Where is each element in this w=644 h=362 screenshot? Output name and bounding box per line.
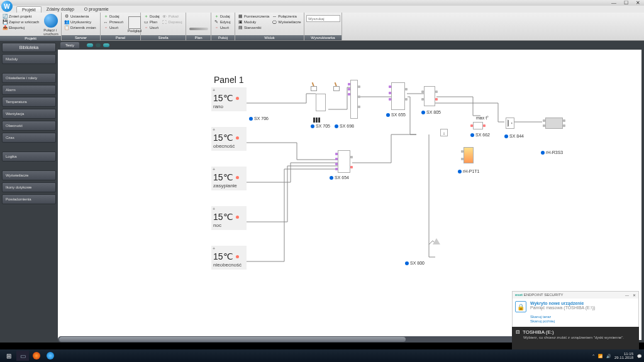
strefa-dopasuj-button[interactable]: ⛶Dopasuj (162, 19, 183, 25)
eset-minimize-button[interactable]: — (625, 293, 629, 297)
label-p1t1: rH-P1T1 (458, 169, 479, 173)
eset-scan-later-link[interactable]: Skanuj później (513, 319, 638, 324)
node-downarrow[interactable]: ↓ (440, 129, 448, 136)
doc-tab-testy[interactable]: Testy (60, 42, 79, 48)
sidebar-item-temperatura[interactable]: Temperatura (2, 97, 56, 107)
sidebar-item-alarm[interactable]: Alarm (2, 85, 56, 95)
node-sx705[interactable] (313, 118, 326, 124)
polacz-uruchom-button[interactable]: Połącz i uruchom (41, 14, 60, 36)
node-sx655[interactable] (391, 82, 405, 110)
node-sx698[interactable] (350, 80, 358, 119)
view-mode-1-icon[interactable] (87, 43, 93, 47)
setpoint-rano[interactable]: + 15℃ rano (211, 87, 247, 111)
display-icon: 🖵 (272, 19, 277, 25)
widok-polaczenia-button[interactable]: ─Połączenia (271, 14, 301, 19)
sidebar-item-wentylacja[interactable]: Wentylacja (2, 109, 56, 119)
plus-icon[interactable]: + (211, 167, 247, 172)
strefa-plan-button[interactable]: ▭Plan (143, 19, 160, 25)
pokoj-edytuj-button[interactable]: ✎Edytuj (213, 19, 231, 25)
modules-icon: ▣ (238, 19, 243, 25)
firefox-icon[interactable] (30, 351, 43, 361)
sidebar-item-oswietlenie[interactable]: Oświetlenie i rolety (2, 73, 56, 83)
node-p1t1[interactable] (464, 147, 474, 163)
plus-icon[interactable]: + (211, 206, 247, 212)
zmien-projekt-button[interactable]: 🔄Zmień projekt (2, 14, 40, 19)
windows-toast[interactable]: ⊟TOSHIBA (E:) Wybierz, co chcesz zrobić … (512, 327, 639, 349)
plus-icon[interactable]: + (211, 246, 247, 251)
sidebar-item-czas[interactable]: Czas (2, 133, 56, 143)
dziennik-button[interactable]: 📋Dziennik zmian (64, 25, 97, 30)
edit-icon: ✎ (214, 19, 219, 25)
label-sx844: SX 844 (504, 134, 524, 138)
search-input[interactable] (306, 15, 340, 22)
panel-przesun-button[interactable]: ↔Przesuń (103, 19, 124, 25)
view-mode-2-icon[interactable] (96, 43, 101, 47)
setpoint-obecnosc[interactable]: + 15℃ obecność (211, 127, 247, 151)
node-sx805[interactable] (424, 86, 435, 106)
node-sx654[interactable] (338, 150, 350, 173)
node-sx706[interactable] (316, 94, 326, 111)
clock[interactable]: 11:15 29.11.2018 (614, 352, 633, 359)
tray-up-icon[interactable]: ^ (592, 354, 594, 358)
status-dot-icon (236, 176, 239, 179)
sidebar-item-moduly[interactable]: Moduły (2, 54, 56, 64)
sidebar-item-ikony[interactable]: Ikony dotykowe (2, 182, 56, 192)
tab-zdalny[interactable]: Zdalny dostęp (42, 6, 79, 12)
group-label-search: Wyszukiwarka (304, 35, 341, 40)
connect-icon (44, 14, 58, 28)
sidebar-item-powiadomienia[interactable]: Powiadomienia (2, 194, 56, 204)
eset-brand: ENDPOINT SECURITY (524, 293, 564, 297)
toast-body: Wybierz, co chcesz zrobić z urządzeniem … (523, 336, 635, 340)
node-r3s3[interactable] (545, 118, 563, 129)
plus-icon[interactable]: + (211, 87, 247, 93)
zapisz-szkic-button[interactable]: 💾Zapisz w szkicach (2, 19, 40, 25)
ustawienia-button[interactable]: ⚙Ustawienia (64, 14, 97, 19)
tab-projekt[interactable]: Projekt (16, 6, 42, 13)
connections-icon: ─ (272, 14, 277, 19)
tray-volume-icon[interactable]: 🔊 (606, 354, 611, 358)
strefa-pokaz-button[interactable]: 👁Pokaż (162, 14, 183, 19)
panel-usun-button[interactable]: －Usuń (103, 25, 124, 30)
eset-scan-now-link[interactable]: Skanuj teraz (513, 315, 638, 319)
strefa-usun-button[interactable]: －Usuń (143, 25, 160, 30)
minimize-button[interactable]: — (611, 0, 616, 6)
notification-center-button[interactable]: 💬 (637, 354, 641, 358)
taskview-button[interactable]: ▭ (16, 351, 29, 361)
sidebar-item-obecnosc[interactable]: Obecność (2, 121, 56, 131)
plan-slider[interactable] (189, 28, 208, 30)
eksportuj-button[interactable]: 📤Eksportuj (2, 25, 40, 30)
setpoint-nieobecnosc[interactable]: + 15℃ nieobecność (211, 246, 247, 270)
label-sx805: SX 805 (421, 110, 441, 114)
view-mode-3-icon[interactable] (103, 43, 109, 47)
sidebar-item-wyswietlacze[interactable]: Wyświetlacze (2, 170, 56, 180)
uzytkownicy-button[interactable]: 👥Użytkownicy (64, 19, 97, 25)
widok-wyswietlacze-button[interactable]: 🖵Wyświetlacze (271, 19, 301, 25)
triangle-up-icon (433, 238, 440, 244)
maximize-button[interactable]: ☐ (624, 0, 628, 6)
plus-icon[interactable]: + (211, 127, 247, 133)
widok-sterowniki-button[interactable]: ▤Sterowniki (237, 25, 270, 30)
remove-icon: － (214, 25, 219, 30)
scrollbar-thumb[interactable] (59, 337, 406, 342)
app-icon[interactable] (44, 351, 57, 361)
widok-pomieszczenia-button[interactable]: ▦Pomieszczenia (237, 14, 270, 19)
tray-network-icon[interactable]: 📶 (598, 354, 602, 358)
strefa-dodaj-button[interactable]: ＋Dodaj (143, 14, 160, 19)
eset-close-button[interactable]: ✕ (633, 293, 636, 297)
pokoj-usun-button[interactable]: －Usuń (213, 25, 231, 30)
tab-oprogramie[interactable]: O programie (79, 6, 114, 12)
start-button[interactable]: ⊞ (3, 351, 15, 361)
save-icon: 💾 (3, 19, 8, 25)
group-label-panel: Panel (101, 35, 140, 40)
node-sx662[interactable] (473, 122, 483, 129)
setpoint-noc[interactable]: + 15℃ noc (211, 206, 247, 230)
device-icon: 🔒 (515, 301, 526, 312)
sidebar-item-logika[interactable]: Logika (2, 151, 56, 162)
node-sx844[interactable] (506, 118, 514, 129)
setpoint-zasypianie[interactable]: + 15℃ zasypianie (211, 167, 247, 190)
widok-moduly-button[interactable]: ▣Moduły (237, 19, 270, 25)
close-button[interactable]: ✕ (636, 0, 640, 6)
menu-tabs: Projekt Zdalny dostęp O programie (0, 6, 644, 13)
panel-dodaj-button[interactable]: ＋Dodaj (103, 14, 124, 19)
pokoj-dodaj-button[interactable]: ＋Dodaj (213, 14, 231, 19)
